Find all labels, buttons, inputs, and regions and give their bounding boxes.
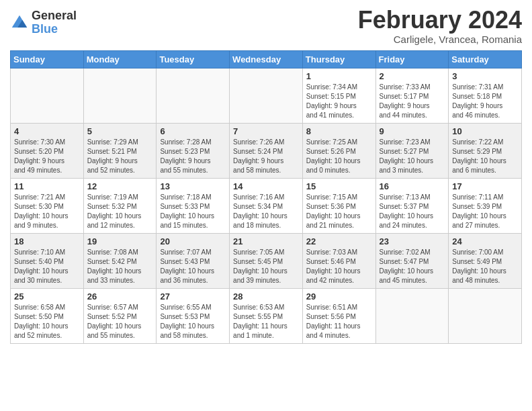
- day-number: 26: [87, 291, 153, 302]
- calendar-cell: 9Sunrise: 7:23 AM Sunset: 5:27 PM Daylig…: [375, 123, 449, 178]
- calendar-week-row: 18Sunrise: 7:10 AM Sunset: 5:40 PM Dayli…: [11, 233, 522, 288]
- calendar-cell: 8Sunrise: 7:25 AM Sunset: 5:26 PM Daylig…: [302, 123, 375, 178]
- col-header-sunday: Sunday: [11, 50, 84, 68]
- day-info: Sunrise: 7:05 AM Sunset: 5:45 PM Dayligh…: [233, 248, 299, 285]
- day-number: 3: [452, 71, 518, 81]
- calendar-cell: 16Sunrise: 7:13 AM Sunset: 5:37 PM Dayli…: [375, 178, 449, 233]
- calendar-cell: 25Sunrise: 6:58 AM Sunset: 5:50 PM Dayli…: [11, 288, 84, 343]
- day-number: 28: [233, 291, 299, 302]
- day-number: 11: [14, 181, 80, 191]
- header: General Blue February 2024 Carligele, Vr…: [10, 7, 522, 45]
- day-info: Sunrise: 7:30 AM Sunset: 5:20 PM Dayligh…: [14, 138, 80, 175]
- day-number: 14: [233, 181, 299, 191]
- month-title: February 2024: [358, 7, 522, 34]
- day-number: 10: [452, 126, 518, 136]
- calendar-week-row: 11Sunrise: 7:21 AM Sunset: 5:30 PM Dayli…: [11, 178, 522, 233]
- calendar-cell: 22Sunrise: 7:03 AM Sunset: 5:46 PM Dayli…: [302, 233, 375, 288]
- logo-icon: [10, 13, 29, 32]
- calendar-cell: 20Sunrise: 7:07 AM Sunset: 5:43 PM Dayli…: [157, 233, 230, 288]
- day-info: Sunrise: 7:31 AM Sunset: 5:18 PM Dayligh…: [452, 83, 518, 120]
- day-info: Sunrise: 7:10 AM Sunset: 5:40 PM Dayligh…: [14, 248, 80, 285]
- day-info: Sunrise: 6:51 AM Sunset: 5:56 PM Dayligh…: [306, 303, 372, 340]
- day-number: 8: [306, 126, 372, 136]
- calendar-cell: 28Sunrise: 6:53 AM Sunset: 5:55 PM Dayli…: [230, 288, 303, 343]
- calendar-cell: [449, 288, 522, 343]
- logo: General Blue: [10, 9, 77, 36]
- calendar-cell: [157, 68, 230, 123]
- day-number: 17: [452, 181, 518, 191]
- logo-blue-text: Blue: [32, 23, 77, 36]
- calendar-table: SundayMondayTuesdayWednesdayThursdayFrid…: [10, 50, 522, 344]
- day-info: Sunrise: 7:19 AM Sunset: 5:32 PM Dayligh…: [87, 193, 153, 230]
- day-number: 9: [380, 126, 445, 136]
- day-info: Sunrise: 7:33 AM Sunset: 5:17 PM Dayligh…: [380, 83, 445, 120]
- calendar-cell: 13Sunrise: 7:18 AM Sunset: 5:33 PM Dayli…: [157, 178, 230, 233]
- calendar-cell: 26Sunrise: 6:57 AM Sunset: 5:52 PM Dayli…: [83, 288, 157, 343]
- day-info: Sunrise: 7:23 AM Sunset: 5:27 PM Dayligh…: [380, 138, 445, 175]
- calendar-cell: 3Sunrise: 7:31 AM Sunset: 5:18 PM Daylig…: [449, 68, 522, 123]
- day-number: 24: [452, 236, 518, 246]
- day-number: 20: [160, 236, 226, 246]
- calendar-cell: 24Sunrise: 7:00 AM Sunset: 5:49 PM Dayli…: [449, 233, 522, 288]
- day-info: Sunrise: 7:11 AM Sunset: 5:39 PM Dayligh…: [452, 193, 518, 230]
- day-number: 6: [160, 126, 226, 136]
- calendar-cell: 2Sunrise: 7:33 AM Sunset: 5:17 PM Daylig…: [375, 68, 449, 123]
- calendar-cell: 19Sunrise: 7:08 AM Sunset: 5:42 PM Dayli…: [83, 233, 157, 288]
- day-number: 23: [380, 236, 445, 246]
- day-info: Sunrise: 7:29 AM Sunset: 5:21 PM Dayligh…: [87, 138, 153, 175]
- calendar-cell: [11, 68, 84, 123]
- day-info: Sunrise: 7:13 AM Sunset: 5:37 PM Dayligh…: [380, 193, 445, 230]
- day-number: 16: [380, 181, 445, 191]
- day-number: 18: [14, 236, 80, 246]
- day-info: Sunrise: 7:08 AM Sunset: 5:42 PM Dayligh…: [87, 248, 153, 285]
- day-number: 7: [233, 126, 299, 136]
- day-info: Sunrise: 7:22 AM Sunset: 5:29 PM Dayligh…: [452, 138, 518, 175]
- col-header-thursday: Thursday: [302, 50, 375, 68]
- col-header-friday: Friday: [375, 50, 449, 68]
- calendar-cell: [83, 68, 157, 123]
- calendar-cell: 6Sunrise: 7:28 AM Sunset: 5:23 PM Daylig…: [157, 123, 230, 178]
- calendar-cell: 1Sunrise: 7:34 AM Sunset: 5:15 PM Daylig…: [302, 68, 375, 123]
- day-info: Sunrise: 7:21 AM Sunset: 5:30 PM Dayligh…: [14, 193, 80, 230]
- calendar-cell: [230, 68, 303, 123]
- day-number: 22: [306, 236, 372, 246]
- title-area: February 2024 Carligele, Vrancea, Romani…: [358, 7, 522, 45]
- day-number: 15: [306, 181, 372, 191]
- day-info: Sunrise: 7:02 AM Sunset: 5:47 PM Dayligh…: [380, 248, 445, 285]
- day-info: Sunrise: 7:03 AM Sunset: 5:46 PM Dayligh…: [306, 248, 372, 285]
- calendar-week-row: 4Sunrise: 7:30 AM Sunset: 5:20 PM Daylig…: [11, 123, 522, 178]
- day-number: 25: [14, 291, 80, 302]
- calendar-cell: [375, 288, 449, 343]
- calendar-cell: 4Sunrise: 7:30 AM Sunset: 5:20 PM Daylig…: [11, 123, 84, 178]
- calendar-week-row: 25Sunrise: 6:58 AM Sunset: 5:50 PM Dayli…: [11, 288, 522, 343]
- day-number: 29: [306, 291, 372, 302]
- calendar-week-row: 1Sunrise: 7:34 AM Sunset: 5:15 PM Daylig…: [11, 68, 522, 123]
- day-number: 21: [233, 236, 299, 246]
- calendar-cell: 12Sunrise: 7:19 AM Sunset: 5:32 PM Dayli…: [83, 178, 157, 233]
- calendar-header-row: SundayMondayTuesdayWednesdayThursdayFrid…: [11, 50, 522, 68]
- day-number: 5: [87, 126, 153, 136]
- day-number: 4: [14, 126, 80, 136]
- calendar-cell: 18Sunrise: 7:10 AM Sunset: 5:40 PM Dayli…: [11, 233, 84, 288]
- day-info: Sunrise: 7:07 AM Sunset: 5:43 PM Dayligh…: [160, 248, 226, 285]
- day-info: Sunrise: 6:58 AM Sunset: 5:50 PM Dayligh…: [14, 303, 80, 340]
- day-number: 19: [87, 236, 153, 246]
- day-info: Sunrise: 7:26 AM Sunset: 5:24 PM Dayligh…: [233, 138, 299, 175]
- calendar-cell: 21Sunrise: 7:05 AM Sunset: 5:45 PM Dayli…: [230, 233, 303, 288]
- day-info: Sunrise: 7:25 AM Sunset: 5:26 PM Dayligh…: [306, 138, 372, 175]
- col-header-tuesday: Tuesday: [157, 50, 230, 68]
- day-info: Sunrise: 7:16 AM Sunset: 5:34 PM Dayligh…: [233, 193, 299, 230]
- col-header-wednesday: Wednesday: [230, 50, 303, 68]
- calendar-cell: 7Sunrise: 7:26 AM Sunset: 5:24 PM Daylig…: [230, 123, 303, 178]
- calendar-cell: 15Sunrise: 7:15 AM Sunset: 5:36 PM Dayli…: [302, 178, 375, 233]
- col-header-saturday: Saturday: [449, 50, 522, 68]
- day-info: Sunrise: 7:00 AM Sunset: 5:49 PM Dayligh…: [452, 248, 518, 285]
- calendar-cell: 10Sunrise: 7:22 AM Sunset: 5:29 PM Dayli…: [449, 123, 522, 178]
- day-number: 12: [87, 181, 153, 191]
- calendar-cell: 29Sunrise: 6:51 AM Sunset: 5:56 PM Dayli…: [302, 288, 375, 343]
- calendar-cell: 23Sunrise: 7:02 AM Sunset: 5:47 PM Dayli…: [375, 233, 449, 288]
- calendar-cell: 27Sunrise: 6:55 AM Sunset: 5:53 PM Dayli…: [157, 288, 230, 343]
- calendar-cell: 11Sunrise: 7:21 AM Sunset: 5:30 PM Dayli…: [11, 178, 84, 233]
- calendar-cell: 17Sunrise: 7:11 AM Sunset: 5:39 PM Dayli…: [449, 178, 522, 233]
- day-info: Sunrise: 7:15 AM Sunset: 5:36 PM Dayligh…: [306, 193, 372, 230]
